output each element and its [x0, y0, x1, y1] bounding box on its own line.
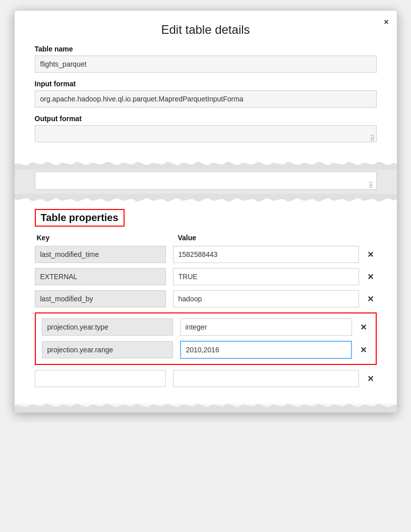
prop-value-input[interactable] — [173, 246, 359, 263]
prop-value-input-highlighted[interactable] — [180, 341, 352, 359]
table-row: ✕ — [42, 341, 370, 359]
prop-value-input[interactable] — [180, 318, 352, 336]
dialog-header: Edit table details × — [15, 11, 397, 45]
table-row: ✕ — [35, 268, 377, 285]
prop-key-input[interactable] — [35, 290, 166, 307]
prop-value-input[interactable] — [173, 290, 359, 307]
delete-row-button[interactable]: ✕ — [357, 343, 370, 357]
prop-key-input[interactable] — [35, 268, 166, 285]
prop-key-input[interactable] — [42, 318, 173, 336]
table-row-empty: ✕ — [35, 370, 377, 387]
input-format-label: Input format — [35, 80, 377, 88]
table-row: ✕ — [35, 290, 377, 307]
torn-separator-bottom — [15, 194, 397, 204]
middle-input-area: ⣿ — [35, 172, 377, 190]
delete-row-button[interactable]: ✕ — [364, 248, 377, 261]
table-name-input[interactable] — [35, 56, 377, 73]
projection-year-group: ✕ ✕ — [35, 312, 377, 365]
table-name-group: Table name — [35, 45, 377, 73]
output-format-input[interactable] — [35, 125, 377, 142]
delete-row-button[interactable]: ✕ — [357, 321, 370, 334]
dialog-title: Edit table details — [35, 23, 377, 37]
prop-key-input[interactable] — [35, 246, 166, 263]
close-button[interactable]: × — [384, 18, 388, 27]
prop-key-input-empty[interactable] — [35, 370, 166, 387]
delete-row-button[interactable]: ✕ — [364, 270, 377, 284]
value-column-header: Value — [176, 234, 197, 242]
delete-row-button[interactable]: ✕ — [364, 292, 377, 306]
resize-icon: ⣿ — [370, 134, 375, 141]
table-row: ✕ — [42, 318, 370, 336]
torn-separator-bottom2 — [15, 402, 397, 412]
table-properties-section: Table properties Key Value ✕ ✕ ✕ — [15, 204, 397, 402]
prop-value-input-empty[interactable] — [173, 370, 359, 387]
resize-handle-icon: ⣿ — [369, 181, 373, 188]
key-column-header: Key — [35, 234, 176, 242]
middle-section: ⣿ — [15, 170, 397, 194]
torn-separator-top — [15, 159, 397, 170]
output-format-label: Output format — [35, 115, 377, 123]
table-row: ✕ — [35, 246, 377, 263]
input-format-group: Input format — [35, 80, 377, 108]
input-format-input[interactable] — [35, 90, 377, 108]
dialog-body: Table name Input format Output format ⣿ — [15, 45, 397, 159]
prop-value-input[interactable] — [173, 268, 359, 285]
props-header: Key Value — [35, 234, 377, 242]
table-properties-title: Table properties — [35, 209, 125, 227]
prop-key-input[interactable] — [42, 341, 173, 358]
output-format-container: ⣿ — [35, 125, 377, 142]
edit-table-dialog: Edit table details × Table name Input fo… — [14, 10, 397, 413]
table-name-label: Table name — [35, 45, 377, 53]
output-format-group: Output format ⣿ — [35, 115, 377, 142]
delete-row-button[interactable]: ✕ — [364, 372, 377, 386]
